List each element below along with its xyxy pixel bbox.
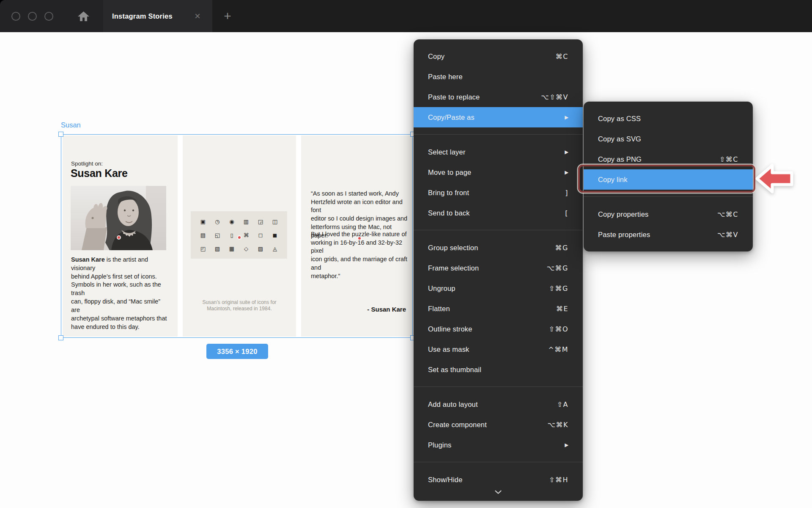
menu-item-plugins[interactable]: Plugins▶	[414, 435, 583, 455]
menu-item-label: Show/Hide	[428, 476, 549, 484]
context-menu: Copy⌘CPaste herePaste to replace⌥⇧⌘VCopy…	[414, 39, 583, 501]
menu-separator	[584, 196, 753, 197]
disk-eject-icon: ◲	[258, 219, 263, 224]
menu-item-paste-here[interactable]: Paste here	[414, 66, 583, 87]
menu-item-label: Outline stroke	[428, 325, 549, 333]
menu-separator	[414, 462, 583, 462]
menu-item-use-as-mask[interactable]: Use as mask^⌘M	[414, 339, 583, 359]
menu-item-label: Use as mask	[428, 345, 548, 353]
trash-can-icon: ▯	[230, 232, 233, 238]
spotlight-title: Susan Kare	[71, 167, 128, 179]
menu-item-add-auto-layout[interactable]: Add auto layout⇧A	[414, 394, 583, 414]
open-door-icon: ◼	[273, 232, 277, 238]
mac-icon-grid: ▣◷◉▥◲◫▤◱▯⌘◻◼◰▧▦◇▨◬	[191, 211, 287, 259]
icon-suite-caption: Susan’s original suite of icons for Maci…	[183, 299, 296, 312]
menu-item-set-as-thumbnail[interactable]: Set as thumbnail	[414, 359, 583, 380]
menu-item-label: Set as thumbnail	[428, 366, 568, 374]
selected-frame-susan[interactable]: Spotlight on: Susan Kare Susan Kar	[61, 134, 413, 338]
menu-item-shortcut: ⌥⌘K	[548, 421, 568, 429]
menu-item-label: Copy properties	[598, 210, 717, 218]
menu-item-label: Copy as CSS	[598, 115, 738, 123]
menu-item-label: Group selection	[428, 244, 555, 252]
menu-item-label: Copy as PNG	[598, 155, 719, 163]
menu-item-shortcut: ⌥⌘G	[547, 264, 568, 272]
menu-item-copy[interactable]: Copy⌘C	[414, 46, 583, 66]
window-controls	[11, 12, 53, 21]
bio-paragraph-1: Susan Kare is the artist and visionary b…	[71, 255, 171, 281]
monitor-icon: ◻	[258, 232, 263, 238]
menu-item-label: Bring to front	[428, 189, 565, 197]
menu-overflow-chevron-icon[interactable]	[414, 490, 583, 501]
menu-item-label: Create component	[428, 421, 548, 429]
menu-separator	[414, 230, 583, 230]
selection-handle-bottom-left[interactable]	[58, 335, 63, 340]
menu-item-shortcut: ]	[565, 189, 568, 197]
menu-item-label: Frame selection	[428, 264, 547, 272]
menu-item-shortcut: ⇧⌘H	[549, 476, 568, 484]
submenu-arrow-icon: ▶	[565, 442, 568, 448]
menu-item-shortcut: ⌘E	[556, 305, 568, 313]
icon-suite-card: ▣◷◉▥◲◫▤◱▯⌘◻◼◰▧▦◇▨◬	[191, 211, 287, 259]
menu-item-create-component[interactable]: Create component⌥⌘K	[414, 414, 583, 435]
home-icon[interactable]	[78, 11, 89, 22]
menu-item-copy-paste-as[interactable]: Copy/Paste as▶	[414, 107, 583, 127]
quote-attribution: - Susan Kare	[367, 306, 406, 313]
window-control-zoom[interactable]	[44, 12, 53, 21]
annotation-highlight-box	[578, 165, 755, 193]
mac-classic-icon: ▣	[200, 219, 206, 224]
menu-item-shortcut: ⇧⌘O	[549, 325, 569, 333]
menu-item-flatten[interactable]: Flatten⌘E	[414, 298, 583, 319]
menu-item-label: Copy/Paste as	[428, 113, 565, 121]
menu-item-outline-stroke[interactable]: Outline stroke⇧⌘O	[414, 319, 583, 339]
story-panel-spotlight[interactable]: Spotlight on: Susan Kare Susan Kar	[63, 135, 178, 337]
menu-item-paste-to-replace[interactable]: Paste to replace⌥⇧⌘V	[414, 87, 583, 107]
menu-item-paste-properties[interactable]: Paste properties⌥⌘V	[584, 224, 753, 245]
dimension-badge: 3356 × 1920	[206, 344, 268, 359]
window-control-close[interactable]	[11, 12, 20, 21]
story-panel-icons[interactable]: ▣◷◉▥◲◫▤◱▯⌘◻◼◰▧▦◇▨◬ Susan’s original suit…	[183, 135, 296, 337]
menu-item-copy-properties[interactable]: Copy properties⌥⌘C	[584, 204, 753, 224]
comment-pin-icon[interactable]	[118, 236, 120, 239]
comment-pin-icon[interactable]	[358, 237, 361, 240]
bio-paragraph-2: Symbols in her work, such as the trash c…	[71, 280, 171, 331]
window-control-minimize[interactable]	[28, 12, 37, 21]
tab-instagram-stories[interactable]: Instagram Stories ×	[103, 0, 212, 32]
menu-item-label: Select layer	[428, 148, 565, 156]
menu-item-show-hide[interactable]: Show/Hide⇧⌘H	[414, 469, 583, 490]
document-icon: ▤	[200, 232, 206, 238]
menu-item-frame-selection[interactable]: Frame selection⌥⌘G	[414, 258, 583, 278]
menu-item-label: Move to page	[428, 168, 565, 177]
menu-item-send-to-back[interactable]: Send to back[	[414, 203, 583, 223]
menu-item-shortcut: ⌘G	[555, 244, 568, 252]
broken-page-icon: ▨	[258, 246, 263, 251]
submenu-arrow-icon: ▶	[565, 169, 568, 175]
tab-title: Instagram Stories	[112, 12, 173, 20]
menu-item-label: Send to back	[428, 209, 565, 217]
menu-item-shortcut: ^⌘M	[548, 345, 568, 353]
menu-item-group-selection[interactable]: Group selection⌘G	[414, 237, 583, 258]
story-panel-quote[interactable]: “As soon as I started work, Andy Hertzfe…	[301, 135, 412, 337]
menu-item-label: Flatten	[428, 305, 556, 313]
menu-item-label: Ungroup	[428, 284, 549, 293]
menu-item-bring-to-front[interactable]: Bring to front]	[414, 182, 583, 203]
menu-item-ungroup[interactable]: Ungroup⇧⌘G	[414, 278, 583, 298]
command-key-icon: ⌘	[244, 232, 249, 238]
disk-copy-icon: ◰	[200, 246, 206, 251]
new-tab-button[interactable]: +	[219, 0, 236, 32]
menu-item-label: Paste here	[428, 73, 568, 81]
comment-pin-icon[interactable]	[238, 236, 241, 239]
titlebar-left-section	[0, 0, 103, 32]
menu-item-select-layer[interactable]: Select layer▶	[414, 142, 583, 162]
menu-item-shortcut: ⇧⌘G	[549, 284, 568, 293]
folder-return-icon: ◱	[215, 232, 220, 238]
briefcase-icon: ▥	[244, 219, 249, 224]
menu-item-copy-as-svg[interactable]: Copy as SVG	[584, 129, 753, 149]
menu-item-copy-as-css[interactable]: Copy as CSS	[584, 108, 753, 129]
menu-item-move-to-page[interactable]: Move to page▶	[414, 162, 583, 182]
tab-close-icon[interactable]: ×	[195, 0, 200, 32]
menu-item-shortcut: ⌘C	[556, 52, 568, 61]
frame-name-label[interactable]: Susan	[61, 121, 81, 129]
window-titlebar: Instagram Stories × +	[0, 0, 812, 32]
menu-item-label: Add auto layout	[428, 400, 557, 409]
selection-handle-top-left[interactable]	[58, 132, 63, 137]
